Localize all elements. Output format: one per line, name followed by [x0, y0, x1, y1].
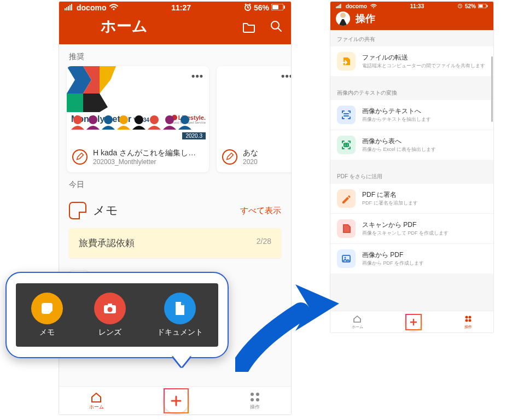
memo-show-all-button[interactable]: すべて表示 — [240, 206, 281, 216]
action-transfer[interactable]: ファイルの転送 電話端末とコンピューターの間でファイルを共有します — [330, 46, 493, 76]
create-item-label: ドキュメント — [157, 328, 203, 337]
svg-point-27 — [256, 398, 259, 401]
svg-rect-35 — [338, 5, 339, 8]
clock-label: 11:27 — [171, 3, 191, 12]
folder-icon[interactable] — [242, 19, 256, 33]
card-edit-line: あな — [243, 148, 258, 158]
action-subtitle: 電話端末とコンピューターの間でファイルを共有します — [362, 62, 485, 69]
action-subtitle: PDF に署名を追加します — [362, 200, 418, 207]
suggested-card[interactable]: ••• あな 2020 — [217, 66, 291, 172]
action-title: 画像からテキストへ — [362, 107, 431, 116]
image-icon — [337, 249, 356, 268]
tab-label: 操作 — [464, 324, 472, 330]
action-subtitle: 画像から Excel に表を抽出します — [362, 146, 436, 153]
create-fab[interactable] — [164, 388, 189, 413]
create-memo-button[interactable]: メモ — [31, 293, 63, 337]
svg-point-47 — [468, 316, 471, 318]
thumbnail-art — [67, 66, 209, 143]
memo-title: メモ — [93, 202, 234, 219]
svg-rect-36 — [339, 4, 340, 8]
svg-rect-33 — [336, 7, 337, 8]
action-sign-pdf[interactable]: PDF に署名 PDF に署名を追加します — [330, 184, 493, 213]
svg-rect-30 — [108, 304, 112, 306]
camera-icon — [94, 293, 126, 324]
svg-point-48 — [465, 319, 468, 322]
svg-point-21 — [150, 115, 159, 124]
wifi-icon — [370, 3, 377, 9]
tab-home[interactable]: ホーム — [352, 314, 363, 330]
card-thumbnail: ••• Monthly LetterVol.34 Livestyl — [67, 66, 209, 143]
status-bar: docomo 11:27 56% — [59, 2, 291, 14]
svg-point-26 — [251, 398, 254, 401]
signal-icon — [336, 3, 342, 9]
phone-right: docomo 11:33 52% 操作 ファイルの共有 ファ — [330, 2, 493, 332]
battery-icon — [478, 3, 488, 9]
battery-label: 56% — [254, 3, 269, 12]
card-thumbnail: ••• — [217, 66, 291, 143]
alarm-icon — [457, 3, 463, 9]
group-label-pdf: PDF をさらに活用 — [330, 167, 493, 184]
memo-note[interactable]: 旅費承認依頼 2/28 — [69, 228, 281, 258]
home-icon — [90, 391, 102, 403]
status-bar: docomo 11:33 52% — [330, 2, 493, 10]
alarm-icon — [244, 3, 252, 13]
svg-rect-4 — [71, 4, 72, 10]
battery-icon — [271, 3, 286, 12]
svg-rect-37 — [340, 4, 341, 8]
svg-rect-0 — [65, 8, 66, 10]
ocr-text-icon — [337, 106, 356, 124]
tab-bar: ホーム 操作 — [330, 311, 493, 332]
svg-rect-3 — [69, 5, 71, 10]
create-item-label: メモ — [39, 328, 55, 337]
tab-label: 操作 — [250, 404, 260, 411]
tab-home[interactable]: ホーム — [89, 391, 104, 411]
create-document-button[interactable]: ドキュメント — [157, 293, 203, 337]
svg-point-38 — [373, 7, 374, 8]
action-title: 画像から PDF — [362, 250, 424, 260]
action-title: PDF に署名 — [362, 190, 418, 200]
search-icon[interactable] — [269, 19, 283, 33]
actions-body: ファイルの共有 ファイルの転送 電話端末とコンピューターの間でファイルを共有しま… — [330, 30, 493, 311]
action-title: ファイルの転送 — [362, 53, 485, 62]
section-today-label: 今日 — [59, 172, 291, 194]
tab-label: ホーム — [89, 404, 104, 411]
thumb-date: 2020.3 — [182, 132, 206, 139]
card-filename: 202003_Monthlyletter — [93, 158, 196, 166]
svg-point-25 — [256, 393, 259, 396]
svg-point-23 — [181, 115, 189, 124]
svg-marker-14 — [83, 94, 108, 112]
avatar[interactable] — [336, 11, 350, 26]
action-image-to-text[interactable]: 画像からテキストへ 画像からテキストを抽出します — [330, 100, 493, 130]
avatar[interactable] — [67, 13, 93, 39]
group-label-ocr: 画像内のテキストの変換 — [330, 84, 493, 100]
carrier-label: docomo — [77, 3, 106, 12]
action-image-pdf[interactable]: 画像から PDF 画像から PDF を作成します — [330, 243, 493, 273]
tab-ops[interactable]: 操作 — [249, 391, 261, 411]
svg-point-45 — [345, 257, 346, 259]
tab-ops[interactable]: 操作 — [464, 314, 473, 330]
scan-icon — [337, 219, 356, 238]
action-image-to-table[interactable]: 画像から表へ 画像から Excel に表を抽出します — [330, 130, 493, 160]
transition-arrow — [235, 273, 345, 372]
scrollbar[interactable] — [491, 56, 493, 122]
transfer-icon — [337, 52, 356, 71]
svg-point-49 — [468, 319, 471, 322]
svg-point-17 — [89, 115, 97, 124]
action-scan-pdf[interactable]: スキャンから PDF 画像をスキャンして PDF を作成します — [330, 213, 493, 243]
tab-label: ホーム — [352, 324, 363, 330]
header-bar: 操作 — [330, 10, 493, 30]
more-icon[interactable]: ••• — [281, 71, 291, 82]
create-fab[interactable] — [405, 314, 422, 330]
create-item-label: レンズ — [98, 328, 121, 337]
suggested-card[interactable]: ••• Monthly LetterVol.34 Livestyl — [67, 66, 209, 172]
memo-note-date: 2/28 — [257, 237, 271, 249]
page-title: ホーム — [101, 16, 242, 37]
svg-point-16 — [73, 115, 82, 124]
svg-point-24 — [251, 393, 254, 396]
svg-rect-42 — [487, 5, 488, 7]
ocr-table-icon — [337, 136, 356, 154]
apps-icon — [249, 391, 261, 403]
svg-point-31 — [107, 307, 112, 312]
svg-point-20 — [135, 115, 143, 124]
create-lens-button[interactable]: レンズ — [94, 293, 126, 337]
